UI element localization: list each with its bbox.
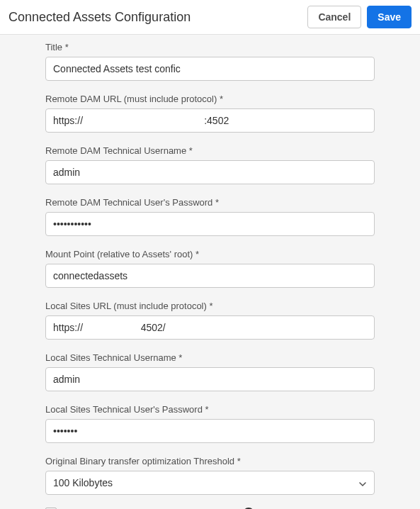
field-mount: Mount Point (relative to Assets' root) *	[45, 249, 375, 288]
field-local-user: Local Sites Technical Username *	[45, 352, 375, 391]
field-remote-url: Remote DAM URL (must include protocol) *	[45, 94, 375, 133]
local-user-label: Local Sites Technical Username *	[45, 352, 375, 363]
page-title: Connected Assets Configuration	[8, 10, 307, 25]
remote-pw-input[interactable]	[45, 212, 375, 236]
title-input[interactable]	[45, 57, 375, 81]
remote-pw-label: Remote DAM Technical User's Password *	[45, 197, 375, 208]
threshold-label: Original Binary transfer optimization Th…	[45, 456, 375, 466]
remote-user-input[interactable]	[45, 160, 375, 184]
local-url-label: Local Sites URL (must include protocol) …	[45, 301, 375, 311]
header-bar: Connected Assets Configuration Cancel Sa…	[0, 0, 420, 35]
form-area: Title * Remote DAM URL (must include pro…	[0, 35, 420, 509]
mount-label: Mount Point (relative to Assets' root) *	[45, 249, 375, 259]
mount-input[interactable]	[45, 264, 375, 288]
local-url-input[interactable]	[45, 315, 375, 340]
field-remote-pw: Remote DAM Technical User's Password *	[45, 197, 375, 236]
threshold-value: 100 Kilobytes	[53, 477, 113, 488]
field-remote-user: Remote DAM Technical Username *	[45, 145, 375, 184]
title-label: Title *	[45, 42, 375, 52]
remote-url-input[interactable]	[45, 108, 375, 133]
field-threshold: Original Binary transfer optimization Th…	[45, 456, 375, 495]
local-pw-label: Local Sites Technical User's Password *	[45, 404, 375, 415]
save-button[interactable]: Save	[367, 6, 412, 28]
header-actions: Cancel Save	[307, 6, 412, 28]
remote-url-label: Remote DAM URL (must include protocol) *	[45, 94, 375, 104]
field-title: Title *	[45, 42, 375, 81]
cancel-button[interactable]: Cancel	[307, 6, 361, 28]
threshold-select[interactable]: 100 Kilobytes	[45, 471, 375, 495]
remote-user-label: Remote DAM Technical Username *	[45, 145, 375, 156]
local-pw-input[interactable]	[45, 419, 375, 443]
field-local-pw: Local Sites Technical User's Password *	[45, 404, 375, 443]
local-user-input[interactable]	[45, 367, 375, 391]
field-local-url: Local Sites URL (must include protocol) …	[45, 301, 375, 340]
